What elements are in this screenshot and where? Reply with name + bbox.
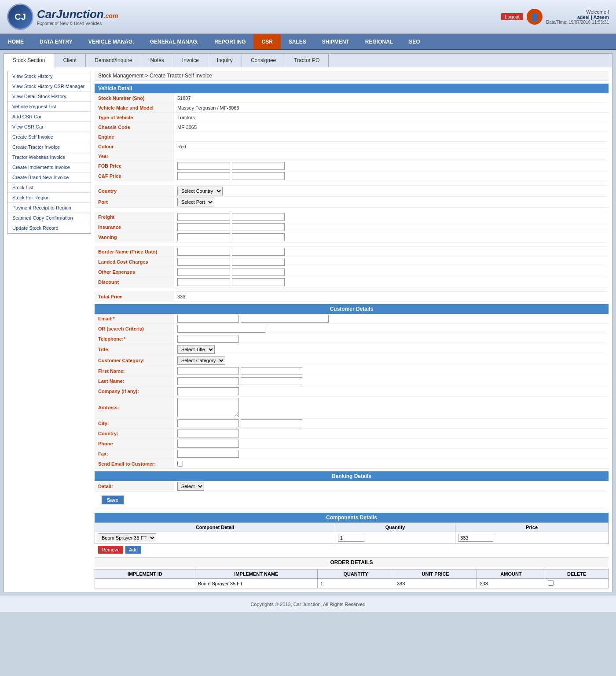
country-select[interactable]: Select Country — [177, 187, 223, 195]
phone-input[interactable] — [177, 440, 239, 448]
col-unit-price: UNIT PRICE — [394, 569, 477, 579]
price-input[interactable] — [458, 534, 493, 542]
field-engine: Engine — [95, 132, 609, 142]
field-candf-price: C&F Price — [95, 171, 609, 181]
tab-stock-section[interactable]: Stock Section — [4, 54, 54, 67]
col-quantity: Quantity — [335, 523, 455, 532]
landed-cost-input[interactable] — [177, 258, 230, 266]
address-textarea[interactable] — [177, 398, 239, 417]
logo-sub: Exporter of New & Used Vehicles — [37, 21, 118, 26]
tab-demand-inquire[interactable]: Demand/Inquire — [86, 54, 141, 67]
field-title: Title: Select Title — [95, 344, 609, 355]
telephone-input[interactable] — [177, 335, 239, 343]
nav-shipment[interactable]: SHIPMENT — [314, 34, 357, 49]
freight-input2[interactable] — [232, 213, 285, 221]
title-select[interactable]: Select Title — [177, 345, 215, 354]
logout-button[interactable]: Logout — [501, 13, 523, 20]
border-name-input2[interactable] — [232, 248, 285, 256]
fob-price-input[interactable] — [177, 162, 230, 170]
order-details-section: ORDER DETAILS IMPLEMENT ID IMPLEMENT NAM… — [95, 557, 609, 588]
nav-vehicle-manag[interactable]: VEHICLE MANAG. — [81, 34, 142, 49]
sidebar-create-self-invoice[interactable]: Create Self Invoice — [8, 132, 91, 142]
fob-price-input2[interactable] — [232, 162, 285, 170]
vanning-input[interactable] — [177, 233, 230, 241]
components-details-section: Components Details Componet Detail Quant… — [95, 513, 609, 555]
customer-category-select[interactable]: Select Category — [177, 356, 225, 365]
last-name-input[interactable] — [177, 377, 239, 385]
insurance-input2[interactable] — [232, 223, 285, 231]
add-button[interactable]: Add — [125, 546, 141, 554]
nav-data-entry[interactable]: DATA ENTRY — [32, 34, 81, 49]
sidebar-tractor-websites-invoice[interactable]: Tractor Websites Invoice — [8, 152, 91, 162]
tab-consignee[interactable]: Consignee — [242, 54, 285, 67]
remove-button[interactable]: Remove — [98, 546, 123, 554]
discount-input2[interactable] — [232, 278, 285, 286]
sidebar-add-csr-car[interactable]: Add CSR Car — [8, 112, 91, 122]
field-fob-price: FOB Price — [95, 161, 609, 171]
candf-price-input2[interactable] — [232, 172, 285, 180]
landed-cost-input2[interactable] — [232, 258, 285, 266]
country-customer-input[interactable] — [177, 430, 239, 437]
tab-inquiry[interactable]: Inquiry — [208, 54, 242, 67]
field-address: Address: — [95, 397, 609, 419]
tab-client[interactable]: Client — [54, 54, 86, 67]
order-delete-checkbox[interactable] — [548, 580, 554, 586]
tab-notes[interactable]: Notes — [141, 54, 173, 67]
nav-sales[interactable]: SALES — [281, 34, 314, 49]
nav-home[interactable]: HOME — [0, 34, 32, 49]
sidebar-create-implements-invoice[interactable]: Create Implements Invoice — [8, 162, 91, 173]
quantity-input[interactable] — [338, 534, 364, 542]
city-input[interactable] — [177, 419, 239, 427]
sidebar-payment-receipt-to-region[interactable]: Payment Receipt to Region — [8, 203, 91, 213]
save-button[interactable]: Save — [102, 496, 124, 504]
banking-detail-select[interactable]: Select — [177, 482, 204, 491]
banking-details-section: Banking Details Detail: Select Save — [95, 471, 609, 510]
candf-price-input[interactable] — [177, 172, 230, 180]
sidebar-vehicle-request-list[interactable]: Vehicle Request List — [8, 102, 91, 112]
vanning-input2[interactable] — [232, 233, 285, 241]
email-input2[interactable] — [241, 315, 329, 323]
discount-input[interactable] — [177, 278, 230, 286]
nav-seo[interactable]: SEO — [401, 34, 428, 49]
sidebar-view-stock-history-csr[interactable]: View Stock History CSR Manager — [8, 81, 91, 92]
sidebar-update-stock-record[interactable]: Update Stock Record — [8, 223, 91, 233]
sidebar-scanned-copy-confirmation[interactable]: Scanned Copy Confirmation — [8, 213, 91, 223]
border-name-input[interactable] — [177, 248, 230, 256]
main-form-area: Stock Management > Create Tractor Self I… — [95, 71, 609, 588]
field-chassis-code: Chassis Code MF-3065 — [95, 122, 609, 132]
fax-input[interactable] — [177, 450, 239, 458]
search-criteria-input[interactable] — [177, 325, 265, 333]
city-input2[interactable] — [241, 419, 302, 427]
order-unit-price: 333 — [394, 579, 477, 588]
insurance-input[interactable] — [177, 223, 230, 231]
sidebar-create-tractor-invoice[interactable]: Create Tractor Invoice — [8, 142, 91, 152]
sidebar-stock-list[interactable]: Stock List — [8, 183, 91, 193]
nav-reporting[interactable]: REPORTING — [206, 34, 253, 49]
tab-tractor-po[interactable]: Tractor PO — [285, 54, 329, 67]
sidebar-view-stock-history[interactable]: View Stock History — [8, 71, 91, 81]
sidebar-stock-for-region[interactable]: Stock For Region — [8, 193, 91, 203]
port-select[interactable]: Select Port — [177, 198, 214, 206]
first-name-input[interactable] — [177, 367, 239, 375]
nav-regional[interactable]: REGIONAL — [357, 34, 401, 49]
col-price: Price — [455, 523, 609, 532]
company-input[interactable] — [177, 387, 239, 395]
sidebar-view-csr-car[interactable]: View CSR Car — [8, 122, 91, 132]
field-country: Country Select Country — [95, 186, 609, 197]
order-amount: 333 — [477, 579, 545, 588]
other-expenses-input2[interactable] — [232, 268, 285, 276]
sidebar-create-brand-new-invoice[interactable]: Create Brand New Invoice — [8, 173, 91, 183]
tab-invoice[interactable]: Invoice — [173, 54, 208, 67]
first-name-input2[interactable] — [241, 367, 302, 375]
sidebar-view-detail-stock-history[interactable]: View Detail Stock History — [8, 92, 91, 102]
email-input[interactable] — [177, 315, 239, 323]
other-expenses-input[interactable] — [177, 268, 230, 276]
freight-input[interactable] — [177, 213, 230, 221]
nav-general-manag[interactable]: GENERAL MANAG. — [142, 34, 206, 49]
component-detail-select[interactable]: Boom Sprayer 35 FT — [98, 533, 156, 542]
nav-csr[interactable]: CSR — [253, 34, 280, 49]
send-email-checkbox[interactable] — [177, 461, 183, 467]
tabs-container: Stock Section Client Demand/Inquire Note… — [4, 54, 612, 67]
last-name-input2[interactable] — [241, 377, 302, 385]
logo-icon: CJ — [7, 4, 33, 30]
